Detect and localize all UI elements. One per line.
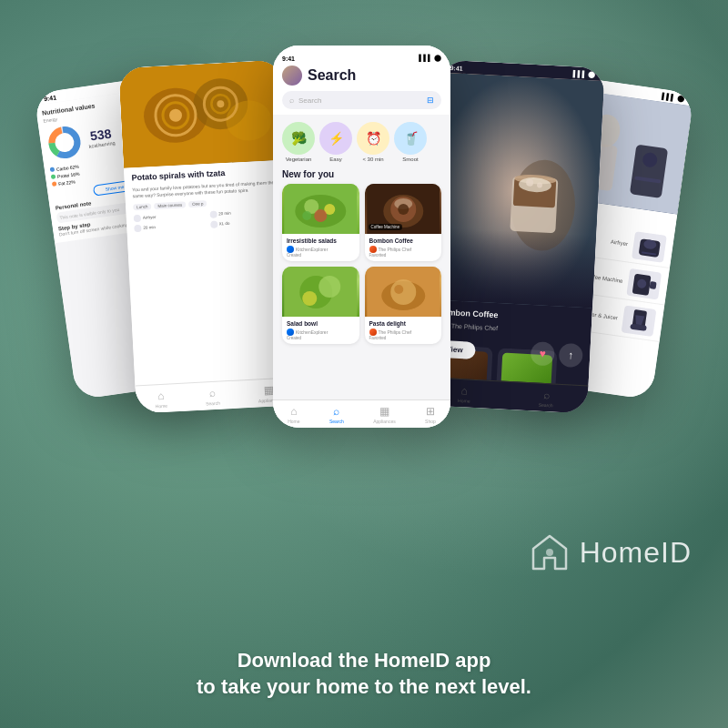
access-icon	[210, 220, 217, 228]
category-easy[interactable]: ⚡ Easy	[319, 122, 352, 162]
coffee-machine-icon	[629, 269, 660, 298]
shop-nav-icon: ⊞	[426, 405, 435, 418]
author-avatar-pasta	[369, 329, 377, 336]
card-salad2[interactable]: Salad bowl KitchenExplorer Created	[282, 267, 359, 344]
salad2-badge: Created	[287, 336, 355, 340]
fade-overlay	[429, 227, 596, 308]
recipe-content: Potato spirals with tzata You and your f…	[124, 159, 291, 238]
author-name-salad: KitchenExplorer	[296, 247, 328, 252]
meta-prep: 20 min	[209, 207, 283, 217]
30min-label: < 30 min	[362, 157, 383, 162]
nav-search[interactable]: ⌕ Search	[205, 387, 220, 407]
search-nav-label: Search	[329, 419, 344, 424]
meta-recipe-type: Airfryer	[134, 211, 207, 222]
nav-search-center[interactable]: ⌕ Search	[329, 405, 344, 424]
salad-author: KitchenExplorer	[287, 246, 355, 253]
bottom-text-area: Download the HomeID app to take your hom…	[0, 647, 728, 701]
airfryer-image	[632, 231, 667, 263]
search-icon: ⌕	[209, 387, 217, 399]
filter-icon[interactable]: ⊟	[427, 96, 434, 105]
svg-point-27	[318, 276, 340, 298]
airfryer-name: Airfryer	[611, 239, 629, 248]
svg-point-19	[302, 211, 311, 220]
tagline: Download the HomeID app to take your hom…	[36, 647, 692, 701]
salad2-title: Salad bowl	[287, 320, 355, 327]
share-button[interactable]: ↑	[559, 343, 583, 368]
smoothie-circle: 🥤	[394, 122, 427, 155]
home-cr-label: Home	[458, 398, 470, 404]
home-nav-label: Home	[288, 419, 299, 424]
coffee-title: Bombon Coffee	[369, 238, 438, 244]
salad2-illustration	[282, 267, 359, 317]
cook-icon	[134, 225, 141, 232]
recipe-type-icon	[134, 215, 141, 222]
donut-chart	[44, 122, 85, 163]
recipe-meta: Airfryer 20 min 20 min XL do	[134, 207, 284, 232]
salad-badge: Created	[287, 253, 355, 258]
tagline-line1: Download the HomeID app	[238, 649, 491, 672]
pasta-illustration	[365, 267, 442, 317]
appliances-nav-icon: ▦	[379, 405, 389, 418]
card-coffee[interactable]: Coffee Machine Bombon Coffee The Philips…	[365, 184, 442, 261]
time-center-right: 9:41	[450, 65, 462, 72]
home-cr-icon: ⌂	[460, 384, 468, 397]
category-vegetarian[interactable]: 🥦 Vegetarian	[282, 122, 315, 162]
search-bar[interactable]: ⌕ Search ⊟	[282, 91, 441, 109]
search-label: Search	[206, 400, 220, 407]
large-coffee-image	[429, 73, 604, 308]
blender-icon	[623, 307, 654, 336]
nav-home-cr[interactable]: ⌂ Home	[458, 384, 470, 404]
time-left: 9:41	[44, 94, 57, 102]
phone-center-right: 9:41 ▌▌▌ ⬤	[423, 60, 605, 414]
tag-lunch: Lunch	[133, 203, 152, 210]
airfryer-icon	[634, 233, 665, 262]
pasta-title: Pasta delight	[369, 320, 438, 327]
homeid-logo	[530, 532, 571, 573]
nav-shop-center[interactable]: ⊞ Shop	[425, 405, 436, 424]
tag-one: One p	[188, 200, 207, 207]
vegetarian-label: Vegetarian	[286, 157, 312, 162]
card-salad[interactable]: Irresistible salads KitchenExplorer Crea…	[282, 184, 359, 261]
phone-center: 9:41 ▌▌▌ ⬤ Search ⌕ Search ⊟ 🥦 Vegetaria…	[273, 46, 450, 428]
phones-container: 9:41 ▌▌▌ Nutritional values Energy 538	[0, 27, 728, 510]
30min-circle: ⏰	[357, 122, 389, 155]
salad-card-info: Irresistible salads KitchenExplorer Crea…	[282, 234, 359, 261]
tagline-line2: to take your home to the next level.	[197, 675, 531, 698]
phone-center-screen: 9:41 ▌▌▌ ⬤ Search ⌕ Search ⊟ 🥦 Vegetaria…	[273, 46, 450, 428]
search-user-row: Search	[282, 66, 441, 86]
svg-point-28	[302, 291, 317, 306]
salad-card-image	[282, 184, 359, 234]
pasta-badge: Favorited	[369, 336, 438, 340]
prep-value: 20 min	[218, 211, 231, 217]
salad-illustration	[282, 184, 359, 234]
action-icons: ♥ ↑	[531, 341, 583, 368]
card-pasta[interactable]: Pasta delight The Philips Chef Favorited	[365, 267, 442, 344]
nav-home[interactable]: ⌂ Home	[155, 389, 167, 410]
pasta-card-image	[365, 267, 442, 317]
coffee-author-name: The Philips Chef	[451, 322, 499, 331]
calorie-info: 538 kcal/serving	[86, 126, 116, 149]
category-30min[interactable]: ⏰ < 30 min	[357, 122, 389, 162]
author-name-salad2: KitchenExplorer	[296, 329, 328, 335]
nav-search-cr[interactable]: ⌕ Search	[539, 389, 554, 409]
food-image	[118, 60, 288, 168]
bottom-nav-center: ⌂ Home ⌕ Search ▦ Appliances ⊞ Shop	[273, 399, 450, 428]
signal-center: ▌▌▌ ⬤	[419, 55, 441, 62]
salad2-card-info: Salad bowl KitchenExplorer Created	[282, 317, 359, 344]
meta-cook: 20 min	[134, 221, 207, 232]
svg-point-56	[546, 549, 553, 556]
heart-button[interactable]: ♥	[531, 341, 555, 366]
nav-appliances-center[interactable]: ▦ Appliances	[373, 405, 395, 424]
appliances-nav-label: Appliances	[373, 419, 395, 424]
smoothie-label: Smoot	[402, 157, 418, 162]
svg-point-24	[398, 204, 409, 215]
recipe-type-value: Airfryer	[143, 215, 157, 220]
author-avatar-coffee	[369, 246, 377, 253]
nav-home-center[interactable]: ⌂ Home	[288, 405, 299, 424]
search-cr-icon: ⌕	[542, 389, 550, 401]
coffee-badge: Favorited	[369, 253, 438, 258]
time-center: 9:41	[282, 56, 295, 62]
brand-area: HomeID	[530, 532, 692, 573]
tag-main: Main courses	[154, 201, 186, 209]
category-smoothie[interactable]: 🥤 Smoot	[394, 122, 427, 162]
